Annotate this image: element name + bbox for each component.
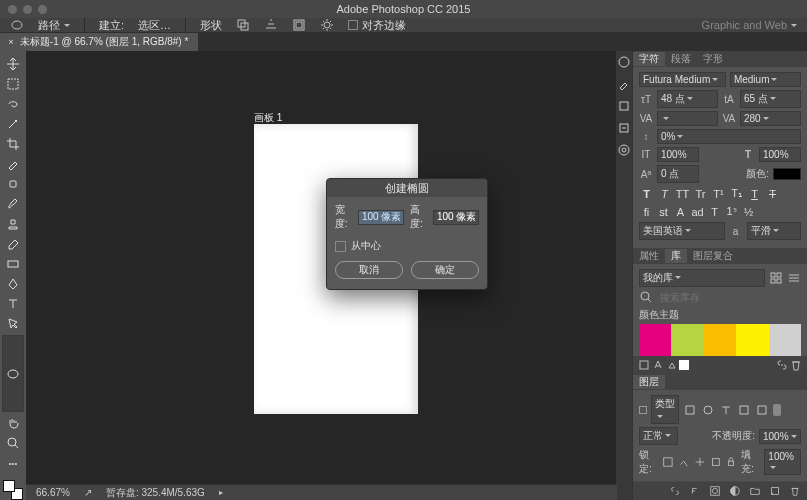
ot-frac[interactable]: ½ (741, 204, 756, 219)
path-ops-icon[interactable] (236, 18, 250, 32)
bold-button[interactable]: T (639, 186, 654, 201)
export-icon[interactable]: ↗ (84, 487, 92, 498)
swatch[interactable] (704, 324, 736, 356)
mask-icon[interactable] (709, 485, 721, 497)
antialias-select[interactable]: 平滑 (747, 222, 802, 240)
adjustment-icon[interactable] (729, 485, 741, 497)
strike-button[interactable]: T (765, 186, 780, 201)
ok-button[interactable]: 确定 (411, 261, 479, 279)
blend-mode-select[interactable]: 正常 (639, 427, 678, 445)
library-search-input[interactable] (657, 291, 801, 304)
filter-adjust-icon[interactable] (701, 403, 715, 417)
tab-paragraph[interactable]: 段落 (665, 52, 697, 66)
add-color-icon[interactable] (679, 360, 689, 370)
height-input[interactable] (433, 210, 479, 225)
swatch[interactable] (671, 324, 703, 356)
cancel-button[interactable]: 取消 (335, 261, 403, 279)
eyedropper-tool[interactable] (2, 155, 24, 173)
lasso-tool[interactable] (2, 95, 24, 113)
align-edges-checkbox[interactable]: 对齐边缘 (348, 18, 406, 33)
gradient-tool[interactable] (2, 255, 24, 273)
tab-character[interactable]: 字符 (633, 52, 665, 66)
move-tool[interactable] (2, 55, 24, 73)
allcaps-button[interactable]: TT (675, 186, 690, 201)
subscript-button[interactable]: T₁ (729, 186, 744, 201)
zoom-level[interactable]: 66.67% (36, 487, 70, 498)
align-icon[interactable] (264, 18, 278, 32)
tab-layer-comps[interactable]: 图层复合 (687, 249, 739, 263)
filter-type-icon[interactable] (719, 403, 733, 417)
actions-panel-icon[interactable] (617, 121, 631, 135)
grid-view-icon[interactable] (769, 271, 783, 285)
healing-tool[interactable] (2, 175, 24, 193)
filter-smart-icon[interactable] (755, 403, 769, 417)
tab-glyphs[interactable]: 字形 (697, 52, 729, 66)
foreground-background-swatches[interactable] (3, 480, 23, 500)
font-style-select[interactable]: Medium (730, 72, 801, 87)
link-icon[interactable] (775, 358, 789, 372)
library-select[interactable]: 我的库 (639, 269, 765, 287)
tab-layers[interactable]: 图层 (633, 375, 665, 389)
add-graphic-icon[interactable] (637, 358, 651, 372)
link-layers-icon[interactable] (669, 485, 681, 497)
new-layer-icon[interactable] (769, 485, 781, 497)
trash-icon[interactable] (789, 358, 803, 372)
swatch[interactable] (736, 324, 768, 356)
artboard-label[interactable]: 画板 1 (254, 111, 282, 125)
ellipse-tool[interactable] (2, 335, 24, 412)
tab-library[interactable]: 库 (665, 249, 687, 263)
crop-tool[interactable] (2, 135, 24, 153)
info-panel-icon[interactable] (617, 143, 631, 157)
lock-pos-icon[interactable] (694, 455, 706, 469)
pen-tool[interactable] (2, 275, 24, 293)
selection-button[interactable]: 选区… (138, 18, 171, 33)
text-color-swatch[interactable] (773, 168, 801, 180)
type-tool[interactable] (2, 295, 24, 313)
workspace-switcher[interactable]: Graphic and Web (702, 19, 797, 31)
brush-tool[interactable] (2, 195, 24, 213)
close-icon[interactable]: × (8, 37, 13, 46)
tool-preset-dropdown[interactable]: 路径 (38, 18, 70, 33)
italic-button[interactable]: T (657, 186, 672, 201)
add-char-style-icon[interactable] (651, 358, 665, 372)
color-panel-icon[interactable] (617, 55, 631, 69)
opacity-input[interactable]: 100% (759, 429, 801, 444)
tab-properties[interactable]: 属性 (633, 249, 665, 263)
hscale-input[interactable]: 100% (759, 147, 801, 162)
gear-icon[interactable] (320, 18, 334, 32)
arrange-icon[interactable] (292, 18, 306, 32)
filter-icon[interactable] (639, 406, 647, 414)
delete-layer-icon[interactable] (789, 485, 801, 497)
shape-button[interactable]: 形状 (200, 18, 222, 33)
ot-swash[interactable]: A (673, 204, 688, 219)
lock-nest-icon[interactable] (710, 455, 722, 469)
swatch[interactable] (769, 324, 801, 356)
history-panel-icon[interactable] (617, 99, 631, 113)
traffic-close[interactable] (8, 5, 17, 14)
lock-all-icon[interactable] (725, 455, 737, 469)
lock-image-icon[interactable] (678, 455, 690, 469)
add-layer-style-icon[interactable] (665, 358, 679, 372)
leading-input[interactable]: 65 点 (740, 90, 801, 108)
filter-kind-select[interactable]: 类型 (651, 395, 679, 424)
filter-shape-icon[interactable] (737, 403, 751, 417)
brushes-panel-icon[interactable] (617, 77, 631, 91)
vscale-input[interactable]: 100% (657, 147, 699, 162)
ot-fi[interactable]: fi (639, 204, 654, 219)
zoom-tool[interactable] (2, 434, 24, 452)
kerning-input[interactable] (657, 111, 718, 126)
width-input[interactable] (358, 210, 404, 225)
superscript-button[interactable]: T¹ (711, 186, 726, 201)
swatch[interactable] (639, 324, 671, 356)
tracking-input[interactable]: 280 (740, 111, 801, 126)
baseline-pct-input[interactable]: 0% (657, 129, 801, 144)
path-select-tool[interactable] (2, 315, 24, 333)
magic-wand-tool[interactable] (2, 115, 24, 133)
group-icon[interactable] (749, 485, 761, 497)
underline-button[interactable]: T (747, 186, 762, 201)
stamp-tool[interactable] (2, 215, 24, 233)
document-tab[interactable]: × 未标题-1 @ 66.7% (图层 1, RGB/8#) * (0, 33, 198, 51)
language-select[interactable]: 美国英语 (639, 222, 725, 240)
smallcaps-button[interactable]: Tr (693, 186, 708, 201)
font-size-input[interactable]: 48 点 (657, 90, 718, 108)
